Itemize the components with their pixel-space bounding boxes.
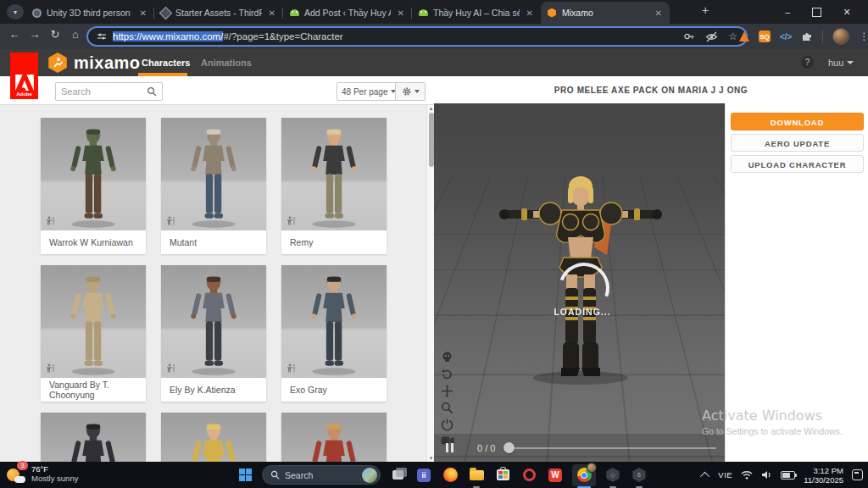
zoom-icon[interactable] [441, 402, 453, 414]
scrollbar-thumb[interactable] [429, 113, 434, 167]
character-card[interactable] [161, 413, 266, 462]
tab-close-icon[interactable]: ✕ [267, 8, 277, 18]
site-settings-icon[interactable] [97, 31, 107, 42]
eye-off-icon[interactable] [705, 31, 718, 42]
help-icon[interactable]: ? [801, 56, 814, 69]
tab-close-icon[interactable]: ✕ [654, 8, 664, 18]
character-thumbnail[interactable] [161, 413, 266, 462]
reload-icon[interactable]: ↻ [46, 28, 64, 41]
character-name: Mutant [161, 230, 266, 254]
character-thumbnail[interactable] [41, 265, 146, 378]
extensions-puzzle-icon[interactable] [801, 30, 813, 42]
tab-close-icon[interactable]: ✕ [525, 8, 535, 18]
character-thumbnail[interactable] [281, 118, 387, 230]
window-close-button[interactable]: ✕ [832, 0, 861, 24]
clock[interactable]: 3:12 PM 11/30/2025 [804, 466, 843, 485]
tray-expand-icon[interactable] [700, 471, 709, 480]
wps-icon: W [548, 469, 562, 482]
character-thumbnail[interactable] [281, 413, 387, 462]
url-text[interactable]: https://www.mixamo.com/#/?page=1&type=Ch… [113, 31, 343, 42]
tab-mixamo-active[interactable]: Mixamo ✕ [541, 2, 670, 24]
vpn-extension-icon[interactable] [739, 31, 749, 42]
file-explorer-button[interactable] [467, 466, 486, 485]
window-minimize-button[interactable]: – [773, 0, 802, 24]
sq-extension-icon[interactable]: SQ [759, 30, 771, 42]
character-card[interactable]: Remy [281, 118, 387, 254]
bookmark-star-icon[interactable]: ☆ [728, 30, 737, 42]
mixamo-logo[interactable]: mixamo [47, 53, 141, 73]
window-maximize-button[interactable] [802, 0, 831, 24]
reset-camera-icon[interactable] [441, 419, 453, 431]
extension-row: SQ </> ⋮ [739, 28, 868, 45]
weather-temp: 76°F [31, 464, 78, 474]
ms-store-button[interactable] [493, 466, 512, 485]
home-icon[interactable]: ⌂ [66, 28, 85, 41]
opera-button[interactable] [520, 466, 538, 485]
back-icon[interactable]: ← [5, 28, 24, 41]
tab-close-icon[interactable]: ✕ [396, 8, 406, 18]
character-thumbnail[interactable] [281, 265, 387, 378]
character-card[interactable]: Mutant [161, 118, 266, 254]
upload-character-button[interactable]: UPLOAD CHARACTER [731, 155, 864, 173]
notification-center-icon[interactable] [852, 469, 863, 480]
character-card[interactable] [41, 413, 146, 462]
task-view-button[interactable] [388, 466, 407, 485]
viewer-title: PRO MELEE AXE PACK ON MARIA J J ONG [434, 76, 868, 103]
wps-button[interactable]: W [546, 466, 565, 485]
wifi-icon[interactable] [741, 470, 753, 480]
tab-unity-camera[interactable]: Unity 3D third person camera ✕ [25, 2, 154, 24]
download-button[interactable]: DOWNLOAD [731, 113, 864, 130]
profile-avatar[interactable] [832, 28, 849, 45]
head-track-icon[interactable] [441, 351, 453, 363]
unity-hub-button[interactable]: ◇ [604, 466, 622, 485]
firefox-button[interactable] [441, 466, 459, 485]
aero-update-button[interactable]: AERO UPDATE [731, 134, 864, 152]
taskbar-search[interactable]: Search [262, 465, 381, 485]
taskbar: 3 76°F Mostly sunny Search ii [0, 462, 868, 488]
chrome-button-active[interactable] [572, 464, 596, 486]
tab-animations[interactable]: Animations [201, 58, 252, 68]
battery-icon[interactable] [781, 471, 795, 480]
character-thumbnail[interactable] [161, 265, 266, 378]
character-card[interactable]: Vanguard By T. Choonyung [41, 265, 146, 402]
loading-text: LOADING... [527, 307, 637, 317]
forward-icon[interactable]: → [25, 28, 44, 41]
tab-add-post[interactable]: Add Post ‹ Thầy Huy AI — Wor ✕ [283, 2, 412, 24]
unity-editor-button[interactable]: 6 [630, 466, 648, 485]
tab-search-icon[interactable]: ▾ [7, 4, 24, 19]
weather-widget[interactable]: 3 76°F Mostly sunny [7, 464, 78, 483]
orbit-icon[interactable] [441, 368, 453, 380]
character-card[interactable] [281, 413, 387, 462]
address-bar[interactable]: https://www.mixamo.com/#/?page=1&type=Ch… [86, 26, 748, 47]
timeline-track[interactable] [509, 447, 716, 449]
pause-icon[interactable] [446, 443, 453, 452]
browser-menu-icon[interactable]: ⋮ [859, 30, 868, 42]
search-placeholder: Search [61, 86, 91, 97]
search-icon[interactable] [147, 86, 157, 97]
per-page-select[interactable]: 48 Per page [337, 82, 401, 101]
volume-icon[interactable] [761, 470, 772, 480]
pan-icon[interactable] [441, 385, 453, 397]
user-menu[interactable]: huu [828, 58, 854, 68]
tab-thay-huy-ai[interactable]: Thầy Huy AI – Chia sẻ kiến thứ ✕ [412, 2, 541, 24]
password-key-icon[interactable] [683, 30, 695, 42]
task-view-icon [392, 470, 403, 480]
start-button[interactable] [236, 466, 254, 485]
viewer-3d[interactable]: LOADING... [434, 103, 725, 462]
character-thumbnail[interactable] [41, 118, 146, 230]
character-card[interactable]: Warrok W Kurniawan [41, 118, 146, 254]
character-card[interactable]: Ely By K.Atienza [161, 265, 266, 402]
new-tab-button[interactable]: + [702, 3, 709, 17]
character-thumbnail[interactable] [161, 118, 266, 230]
search-input[interactable]: Search [55, 82, 163, 101]
tab-close-icon[interactable]: ✕ [138, 8, 148, 18]
teams-button[interactable]: ii [415, 466, 433, 485]
timeline-handle[interactable] [504, 442, 515, 453]
character-thumbnail[interactable] [41, 413, 146, 462]
language-indicator[interactable]: VIE [718, 470, 732, 480]
tab-characters[interactable]: Characters [142, 58, 190, 68]
tab-starter-assets[interactable]: Starter Assets - ThirdPerson | U ✕ [154, 2, 283, 24]
character-card[interactable]: Exo Gray [281, 265, 387, 402]
settings-dropdown-button[interactable] [395, 82, 426, 101]
code-extension-icon[interactable]: </> [780, 32, 792, 42]
